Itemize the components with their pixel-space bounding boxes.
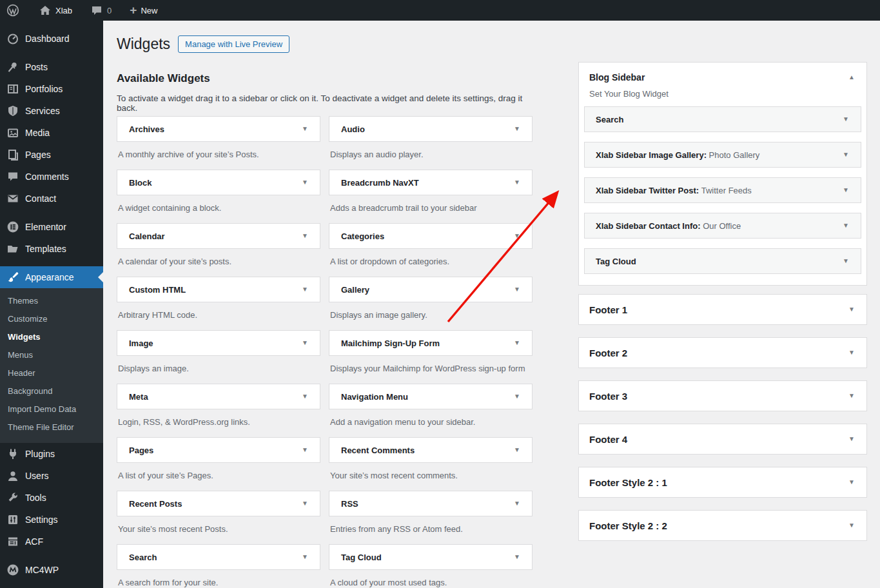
sidebar-item-posts[interactable]: Posts	[0, 56, 103, 78]
widget-card-recent-posts[interactable]: Recent Posts▼	[117, 491, 320, 516]
chevron-down-icon[interactable]: ▼	[302, 554, 308, 560]
chevron-down-icon[interactable]: ▼	[302, 233, 308, 239]
sidebar-item-templates[interactable]: Templates	[0, 238, 103, 260]
submenu-item-menus[interactable]: Menus	[0, 346, 103, 364]
sidebar-item-appearance[interactable]: Appearance	[0, 266, 103, 288]
sidebar-item-comments[interactable]: Comments	[0, 166, 103, 188]
chevron-down-icon[interactable]: ▼	[302, 393, 308, 400]
chevron-down-icon[interactable]: ▼	[514, 179, 520, 186]
sidebar-item-mc4wp[interactable]: MC4WP	[0, 559, 103, 581]
submenu-item-customize[interactable]: Customize	[0, 310, 103, 328]
widget-card-custom-html[interactable]: Custom HTML▼	[117, 277, 320, 302]
widget-card-block[interactable]: Block▼	[117, 170, 320, 195]
widget-card-mailchimp-sign-up-form[interactable]: Mailchimp Sign-Up Form▼	[329, 330, 533, 356]
chevron-down-icon[interactable]: ▼	[848, 306, 855, 313]
chevron-down-icon[interactable]: ▼	[302, 340, 308, 346]
chevron-down-icon[interactable]: ▼	[843, 258, 849, 264]
blog-widget-tag-cloud[interactable]: Tag Cloud ▼	[584, 248, 861, 274]
dashboard-icon	[6, 32, 19, 45]
chevron-down-icon[interactable]: ▼	[514, 286, 520, 293]
chevron-down-icon[interactable]: ▼	[843, 222, 849, 229]
chevron-down-icon[interactable]: ▼	[302, 500, 308, 507]
manage-live-preview-button[interactable]: Manage with Live Preview	[178, 35, 289, 53]
widget-card-search[interactable]: Search▼	[117, 544, 320, 570]
chevron-down-icon[interactable]: ▼	[848, 436, 855, 442]
widget-card-categories[interactable]: Categories▼	[329, 223, 533, 249]
chevron-down-icon[interactable]: ▼	[514, 340, 520, 346]
chevron-down-icon[interactable]: ▼	[302, 447, 308, 453]
widget-card-recent-comments[interactable]: Recent Comments▼	[329, 437, 533, 463]
chevron-down-icon[interactable]: ▼	[514, 447, 520, 453]
widget-card-audio[interactable]: Audio▼	[329, 116, 533, 142]
chevron-down-icon[interactable]: ▼	[514, 500, 520, 507]
comments-shortcut[interactable]: 0	[84, 0, 118, 21]
widget-card-pages[interactable]: Pages▼	[117, 437, 320, 463]
site-name-link[interactable]: Xlab	[32, 0, 79, 21]
wordpress-menu[interactable]	[0, 0, 24, 21]
widget-description: Adds a breadcrumb trail to your sidebar	[329, 203, 533, 213]
sidebar-panel-footer-3[interactable]: Footer 3▼	[578, 380, 867, 411]
chevron-up-icon[interactable]: ▲	[848, 74, 855, 81]
chevron-down-icon[interactable]: ▼	[848, 479, 855, 485]
chevron-down-icon[interactable]: ▼	[514, 393, 520, 400]
chevron-down-icon[interactable]: ▼	[302, 286, 308, 293]
submenu-item-theme-file-editor[interactable]: Theme File Editor	[0, 418, 103, 436]
widget-card-breadcrumb-navxt[interactable]: Breadcrumb NavXT▼	[329, 170, 533, 195]
submenu-item-widgets[interactable]: Widgets	[0, 328, 103, 346]
blog-widget-xlab-sidebar-contact-info[interactable]: Xlab Sidebar Contact Info: Our Office▼	[584, 213, 861, 239]
widget-card-navigation-menu[interactable]: Navigation Menu▼	[329, 384, 533, 409]
sidebar-item-portfolios[interactable]: Portfolios	[0, 78, 103, 100]
sidebar-item-plugins[interactable]: Plugins	[0, 443, 103, 465]
sidebar-panel-footer-1[interactable]: Footer 1▼	[578, 294, 867, 325]
widget-card-gallery[interactable]: Gallery▼	[329, 277, 533, 302]
chevron-down-icon[interactable]: ▼	[843, 152, 849, 158]
blog-widget-search[interactable]: Search ▼	[584, 106, 861, 132]
widget-card-meta[interactable]: Meta▼	[117, 384, 320, 409]
chevron-down-icon[interactable]: ▼	[848, 349, 855, 356]
chevron-down-icon[interactable]: ▼	[302, 179, 308, 186]
widget-card-rss[interactable]: RSS▼	[329, 491, 533, 516]
widget-card-calendar[interactable]: Calendar▼	[117, 223, 320, 249]
chevron-down-icon[interactable]: ▼	[302, 126, 308, 132]
sidebar-item-acf[interactable]: ACF	[0, 531, 103, 553]
sidebar-item-contact[interactable]: Contact	[0, 188, 103, 210]
chevron-down-icon[interactable]: ▼	[848, 522, 855, 529]
sidebar-panel-footer-style-2-1[interactable]: Footer Style 2 : 1▼	[578, 467, 867, 498]
submenu-item-themes[interactable]: Themes	[0, 292, 103, 310]
new-content-menu[interactable]: + New	[123, 0, 164, 21]
sidebar-item-dashboard[interactable]: Dashboard	[0, 28, 103, 50]
chevron-down-icon[interactable]: ▼	[514, 233, 520, 239]
sidebar-panel-title: Footer 1	[589, 304, 627, 315]
submenu-item-import-demo-data[interactable]: Import Demo Data	[0, 400, 103, 418]
chevron-down-icon[interactable]: ▼	[843, 187, 849, 193]
widget-card-archives[interactable]: Archives▼	[117, 116, 320, 142]
blog-widget-xlab-sidebar-image-gallery[interactable]: Xlab Sidebar Image Gallery: Photo Galler…	[584, 142, 861, 168]
sidebar-panel-footer-style-2-2[interactable]: Footer Style 2 : 2▼	[578, 510, 867, 541]
sidebar-panel-footer-2[interactable]: Footer 2▼	[578, 337, 867, 368]
chevron-down-icon[interactable]: ▼	[848, 393, 855, 399]
widget-card-tag-cloud[interactable]: Tag Cloud▼	[329, 544, 533, 570]
widget-cell-search: Search▼A search form for your site.	[117, 544, 320, 587]
sidebar-item-services[interactable]: Services	[0, 100, 103, 122]
sidebar-item-tools[interactable]: Tools	[0, 487, 103, 509]
sidebar-item-media[interactable]: Media	[0, 122, 103, 144]
widget-description: Displays your Mailchimp for WordPress si…	[329, 364, 533, 373]
sidebar-item-elementor[interactable]: Elementor	[0, 216, 103, 238]
sidebar-panel-footer-4[interactable]: Footer 4▼	[578, 424, 867, 455]
chevron-down-icon[interactable]: ▼	[514, 126, 520, 132]
chevron-down-icon[interactable]: ▼	[514, 554, 520, 560]
blog-widget-xlab-sidebar-twitter-post[interactable]: Xlab Sidebar Twitter Post: Twitter Feeds…	[584, 177, 861, 203]
submenu-item-header[interactable]: Header	[0, 364, 103, 382]
sidebar-item-users[interactable]: Users	[0, 465, 103, 487]
settings-icon	[6, 513, 19, 526]
admin-menu: DashboardPostsPortfoliosServicesMediaPag…	[0, 21, 103, 588]
blog-sidebar-header[interactable]: Blog Sidebar ▲	[579, 63, 866, 83]
submenu-item-background[interactable]: Background	[0, 382, 103, 400]
sidebar-item-label: Appearance	[25, 272, 74, 282]
widget-card-image[interactable]: Image▼	[117, 330, 320, 356]
plus-icon: +	[130, 4, 137, 17]
sidebar-item-pages[interactable]: Pages	[0, 144, 103, 166]
sidebar-item-settings[interactable]: Settings	[0, 509, 103, 531]
chevron-down-icon[interactable]: ▼	[843, 116, 849, 122]
sidebar-item-label: Dashboard	[25, 34, 70, 44]
